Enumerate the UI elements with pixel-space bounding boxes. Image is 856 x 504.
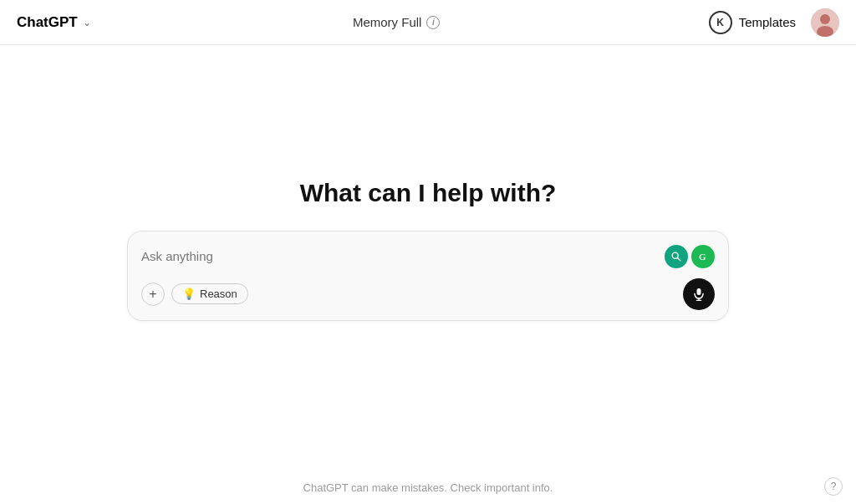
svg-text:G: G (699, 252, 706, 262)
svg-rect-5 (697, 288, 701, 295)
mic-button[interactable] (683, 278, 715, 310)
input-icons: G (665, 245, 715, 268)
main-headline: What can I help with? (300, 179, 557, 207)
templates-k-icon: K (709, 11, 732, 34)
avatar[interactable] (811, 8, 839, 37)
plus-button[interactable]: + (141, 283, 165, 306)
header: ChatGPT ⌄ Memory Full i K Templates (0, 0, 856, 45)
toolbar-left: + 💡 Reason (141, 283, 248, 306)
chatgpt-logo[interactable]: ChatGPT (17, 14, 78, 31)
lightbulb-icon: 💡 (182, 288, 196, 300)
svg-point-3 (672, 252, 678, 258)
header-left: ChatGPT ⌄ (17, 14, 91, 31)
svg-point-1 (820, 14, 830, 24)
info-icon[interactable]: i (426, 16, 440, 29)
input-box: G + 💡 Reason (127, 231, 729, 321)
ask-input[interactable] (141, 249, 665, 263)
footer: ChatGPT can make mistakes. Check importa… (0, 471, 856, 504)
footer-disclaimer: ChatGPT can make mistakes. Check importa… (303, 481, 553, 494)
memory-full-label: Memory Full (353, 15, 422, 29)
templates-button[interactable]: K Templates (702, 8, 802, 38)
plus-icon: + (149, 287, 156, 302)
input-row: G (141, 245, 715, 268)
toolbar-row: + 💡 Reason (141, 278, 715, 310)
chevron-down-icon[interactable]: ⌄ (83, 17, 91, 28)
search-icon-button[interactable] (665, 245, 688, 268)
header-center: Memory Full i (353, 15, 441, 29)
grammarly-icon-button[interactable]: G (691, 245, 715, 268)
templates-label: Templates (739, 15, 796, 29)
reason-label: Reason (200, 288, 237, 300)
reason-button[interactable]: 💡 Reason (171, 283, 248, 304)
header-right: K Templates (702, 8, 839, 38)
main-content: What can I help with? G (0, 45, 856, 471)
help-button[interactable]: ? (824, 477, 843, 496)
